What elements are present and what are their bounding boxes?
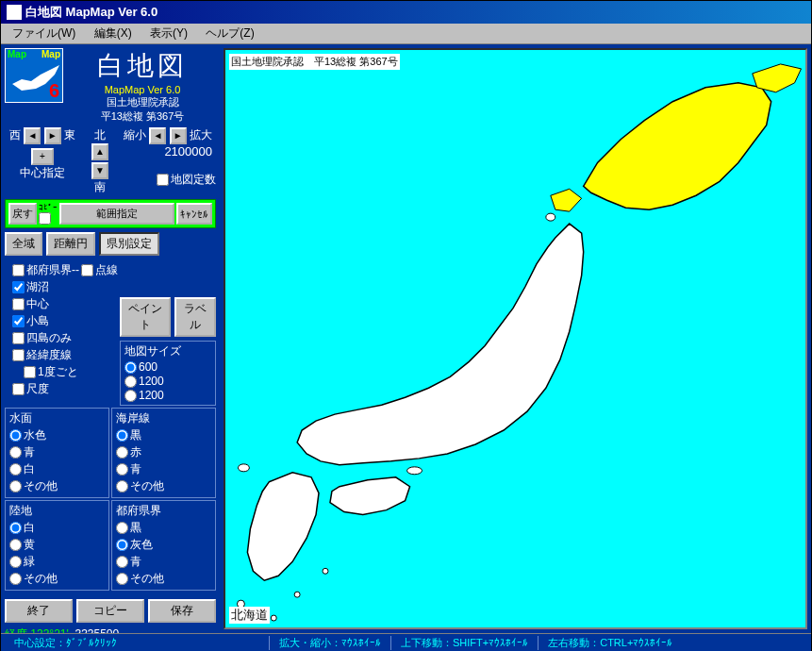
lake-checkbox[interactable] xyxy=(12,281,25,293)
dotted-checkbox[interactable] xyxy=(81,264,93,276)
svg-point-2 xyxy=(271,615,276,621)
center-label: 中心指定 xyxy=(5,165,80,181)
water-cyan-radio[interactable] xyxy=(9,429,22,442)
coast-blue-radio[interactable] xyxy=(116,463,128,476)
status-center: 中心設定：ﾀﾞﾌﾞﾙｸﾘｯｸ xyxy=(5,636,269,650)
window-title: 白地図 MapMap Ver 6.0 xyxy=(25,4,157,21)
svg-point-7 xyxy=(407,467,423,475)
map-canvas[interactable]: 国土地理院承認 平13総複 第367号 xyxy=(224,48,807,629)
size-1200b-radio[interactable] xyxy=(124,390,137,402)
region-label: 北海道 xyxy=(229,607,270,624)
main-title: 白地図 xyxy=(69,48,216,84)
latlon-checkbox[interactable] xyxy=(12,349,25,361)
island-checkbox[interactable] xyxy=(12,315,25,327)
fourisland-checkbox[interactable] xyxy=(12,332,25,344)
land-group: 陸地 白 黄 緑 その他 xyxy=(5,500,109,591)
japan-map xyxy=(225,50,805,627)
menu-help[interactable]: ヘルプ(Z) xyxy=(198,25,261,42)
range-spec-button[interactable]: 範囲指定 xyxy=(59,203,174,225)
end-button[interactable]: 終了 xyxy=(5,599,73,623)
zoom-in-button[interactable]: ► xyxy=(170,127,187,144)
pref-gray-radio[interactable] xyxy=(116,539,128,551)
save-button[interactable]: 保存 xyxy=(148,599,216,623)
size-600-radio[interactable] xyxy=(124,361,137,374)
menu-edit[interactable]: 編集(X) xyxy=(87,25,140,42)
menu-file[interactable]: ファイル(W) xyxy=(5,25,83,42)
scale-checkbox[interactable] xyxy=(12,383,25,395)
app-window: 白地図 MapMap Ver 6.0 ファイル(W) 編集(X) 表示(Y) ヘ… xyxy=(0,0,812,651)
svg-point-4 xyxy=(294,592,300,597)
label-button[interactable]: ラベル xyxy=(174,297,216,337)
pref-group: 都府県界 黒 灰色 青 その他 xyxy=(111,500,216,591)
coords-panel: 経度 133°21' 3335500 緯度 46°11' 6929711 距離 … xyxy=(5,626,216,633)
mapint-checkbox[interactable] xyxy=(157,174,169,186)
version-label: MapMap Ver 6.0 xyxy=(69,84,216,95)
map-attribution: 国土地理院承認 平13総複 第367号 xyxy=(229,54,400,70)
paint-button[interactable]: ペイント xyxy=(120,297,171,337)
pref-other-radio[interactable] xyxy=(116,573,128,585)
svg-point-3 xyxy=(323,568,328,574)
range-panel: 戻す ｺﾋﾟｰ 範囲指定 ｷｬﾝｾﾙ xyxy=(5,199,216,228)
water-blue-radio[interactable] xyxy=(9,446,22,459)
onedeg-checkbox[interactable] xyxy=(24,366,36,378)
mapsize-group: 地図サイズ 600 1200 1200 xyxy=(120,341,216,406)
center-checkbox[interactable] xyxy=(12,298,25,310)
status-leftright: 左右移動：CTRL+ﾏｳｽﾎｲｰﾙ xyxy=(538,636,682,650)
pref-setting-button[interactable]: 県別設定 xyxy=(99,232,159,256)
coast-group: 海岸線 黒 赤 青 その他 xyxy=(111,408,216,498)
titlebar[interactable]: 白地図 MapMap Ver 6.0 xyxy=(1,1,811,24)
status-updown: 上下移動：SHIFT+ﾏｳｽﾎｲｰﾙ xyxy=(390,636,538,650)
scale-value: 2100000 xyxy=(120,144,216,159)
menu-view[interactable]: 表示(Y) xyxy=(142,25,195,42)
west-button[interactable]: ◄ xyxy=(24,127,41,144)
copy-button[interactable]: コピー xyxy=(76,599,144,623)
water-white-radio[interactable] xyxy=(9,463,22,476)
land-green-radio[interactable] xyxy=(9,556,22,568)
east-button[interactable]: ► xyxy=(44,127,61,144)
zoom-out-button[interactable]: ◄ xyxy=(149,127,166,144)
water-other-radio[interactable] xyxy=(9,480,22,492)
zoom-nav: 縮小 ◄ ► 拡大 2100000 地図定数 xyxy=(120,127,216,189)
menubar: ファイル(W) 編集(X) 表示(Y) ヘルプ(Z) xyxy=(1,24,811,44)
back-button[interactable]: 戻す xyxy=(8,203,37,225)
distance-circle-button[interactable]: 距離円 xyxy=(46,232,95,256)
land-yellow-radio[interactable] xyxy=(9,539,22,551)
sidebar: Map Map 6 白地図 MapMap Ver 6.0 国土地理院承認 平13… xyxy=(1,44,220,633)
cancel-button[interactable]: ｷｬﾝｾﾙ xyxy=(176,203,212,225)
coast-other-radio[interactable] xyxy=(116,480,128,492)
pref-blue-radio[interactable] xyxy=(116,556,128,568)
south-button[interactable]: ▼ xyxy=(91,162,108,179)
size-1200a-radio[interactable] xyxy=(124,376,137,388)
all-area-button[interactable]: 全域 xyxy=(5,232,42,256)
coast-black-radio[interactable] xyxy=(116,429,128,442)
approval-label: 国土地理院承認 xyxy=(69,95,216,109)
copy-checkbox[interactable] xyxy=(39,212,51,225)
land-other-radio[interactable] xyxy=(9,573,22,585)
land-white-radio[interactable] xyxy=(9,522,22,534)
ns-nav: 北 ▲ ▼ 南 xyxy=(86,127,114,195)
water-group: 水面 水色 青 白 その他 xyxy=(5,408,109,498)
app-logo: Map Map 6 xyxy=(5,48,63,103)
statusbar: 中心設定：ﾀﾞﾌﾞﾙｸﾘｯｸ 拡大・縮小：ﾏｳｽﾎｲｰﾙ 上下移動：SHIFT+… xyxy=(1,633,811,651)
svg-point-6 xyxy=(238,464,249,472)
map-area: 国土地理院承認 平13総複 第367号 xyxy=(220,44,811,633)
svg-point-5 xyxy=(546,213,555,221)
north-button[interactable]: ▲ xyxy=(91,143,108,160)
status-zoom: 拡大・縮小：ﾏｳｽﾎｲｰﾙ xyxy=(269,636,390,650)
approval-number: 平13総複 第367号 xyxy=(69,109,216,124)
ew-nav: 西 ◄ ► 東 + 中心指定 xyxy=(5,127,80,181)
app-icon xyxy=(7,5,22,20)
pref-black-radio[interactable] xyxy=(116,522,128,534)
plus-button[interactable]: + xyxy=(31,148,54,165)
prefborder-checkbox[interactable] xyxy=(12,264,25,276)
coast-red-radio[interactable] xyxy=(116,446,128,459)
